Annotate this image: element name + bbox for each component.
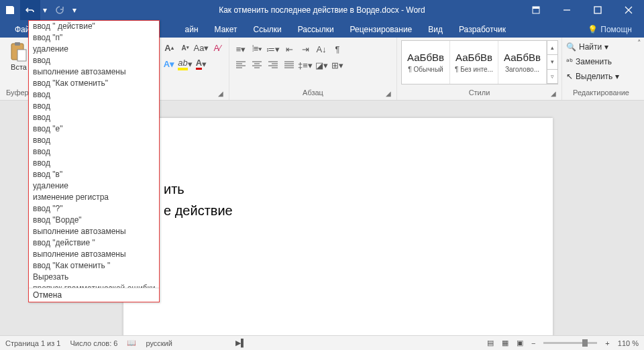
close-button[interactable] — [613, 0, 644, 20]
save-button[interactable] — [0, 0, 20, 20]
document-page[interactable]: ить е действие — [123, 118, 553, 350]
align-left-button[interactable] — [233, 58, 248, 72]
styles-expand[interactable]: ▿ — [547, 70, 557, 84]
undo-history-item[interactable]: ввод "е" — [29, 123, 159, 135]
status-page[interactable]: Страница 1 из 1 — [5, 339, 60, 347]
tab-references[interactable]: Ссылки — [246, 21, 290, 38]
undo-history-item[interactable]: удаление — [29, 44, 159, 55]
sort-button[interactable]: A↓ — [314, 42, 329, 56]
status-language[interactable]: русский — [146, 339, 172, 347]
zoom-slider[interactable] — [543, 342, 597, 344]
borders-button[interactable]: ⊞▾ — [330, 58, 345, 72]
undo-history-item[interactable]: ввод "Ворде" — [29, 215, 159, 226]
style-nospacing[interactable]: АаБбВв ¶ Без инте... — [450, 41, 498, 84]
view-read-mode[interactable]: ▦ — [502, 339, 508, 347]
undo-history-item[interactable]: выполнение автозамены — [29, 66, 159, 78]
decrease-indent-button[interactable]: ⇤ — [282, 42, 297, 56]
undo-history-item[interactable]: удаление — [29, 180, 159, 192]
undo-history-item[interactable]: выполнение автозамены — [29, 249, 159, 260]
undo-history-item[interactable]: ввод — [29, 158, 159, 169]
bullets-button[interactable]: ≡▾ — [233, 42, 248, 56]
view-print-layout[interactable]: ▤ — [487, 339, 494, 347]
undo-history-item[interactable]: ввод "Как отменить " — [29, 260, 159, 272]
line-spacing-button[interactable]: ‡≡▾ — [298, 58, 313, 72]
group-paragraph: ≡▾ ⦙≡▾ ≔▾ ⇤ ⇥ A↓ ¶ ‡≡▾ ◪▾ ⊞▾ — [229, 38, 397, 100]
find-button[interactable]: 🔍Найти ▾ — [566, 40, 619, 54]
select-button[interactable]: ↖Выделить ▾ — [566, 70, 619, 83]
change-case-button[interactable]: Aa▾ — [194, 40, 209, 55]
collapse-ribbon-button[interactable]: ˄ — [637, 39, 641, 48]
ribbon-options-icon — [532, 6, 540, 14]
tab-view[interactable]: Вид — [420, 21, 451, 38]
tab-review[interactable]: Рецензирование — [342, 21, 421, 38]
align-right-button[interactable] — [266, 58, 280, 72]
undo-history-item[interactable]: ввод — [29, 112, 159, 123]
tell-me-button[interactable]: 💡 Помощн — [582, 21, 637, 38]
group-editing: 🔍Найти ▾ ᵃᵇЗаменить ↖Выделить ▾ Редактир… — [562, 38, 640, 100]
redo-button[interactable] — [50, 0, 70, 20]
undo-history-item[interactable]: ввод "Как отменить" — [29, 78, 159, 89]
numbering-button[interactable]: ⦙≡▾ — [250, 42, 264, 56]
undo-history-item[interactable]: изменение регистра — [29, 192, 159, 203]
clear-formatting-button[interactable]: A⁄ — [210, 40, 225, 55]
undo-history-list[interactable]: ввод " действие"ввод "п"удалениевводвыпо… — [29, 21, 159, 288]
undo-history-item[interactable]: ввод — [29, 135, 159, 146]
font-color-button[interactable]: A▾ — [194, 56, 209, 71]
undo-history-item[interactable]: ввод "в" — [29, 169, 159, 180]
grow-font-button[interactable]: A▴ — [162, 40, 176, 55]
multilevel-button[interactable]: ≔▾ — [266, 42, 280, 56]
dialog-launcher-icon[interactable]: ◢ — [551, 89, 556, 99]
tab-design[interactable]: айн — [177, 21, 207, 38]
undo-history-item[interactable]: ввод "п" — [29, 32, 159, 44]
zoom-out-button[interactable]: − — [531, 339, 535, 347]
maximize-button[interactable] — [582, 0, 613, 20]
styles-scroll-down[interactable]: ▾ — [547, 55, 557, 69]
increase-indent-button[interactable]: ⇥ — [298, 42, 313, 56]
shading-button[interactable]: ◪▾ — [314, 58, 329, 72]
undo-history-item[interactable]: Вырезать — [29, 272, 159, 283]
zoom-level[interactable]: 110 % — [618, 339, 639, 347]
text-effects-button[interactable]: A▾ — [162, 56, 176, 71]
styles-gallery[interactable]: АаБбВв ¶ Обычный АаБбВв ¶ Без инте... Аа… — [401, 40, 558, 84]
justify-button[interactable] — [282, 58, 297, 72]
align-center-icon — [252, 61, 262, 69]
undo-history-item[interactable]: ввод — [29, 55, 159, 66]
find-icon: 🔍 — [566, 42, 576, 52]
undo-menu-footer[interactable]: Отмена — [29, 288, 159, 302]
styles-scroll: ▴ ▾ ▿ — [547, 41, 557, 84]
titlebar: ▾ ▾ Как отменить последнее действие в Во… — [0, 0, 644, 20]
ribbon-display-options[interactable] — [521, 0, 551, 20]
style-heading1[interactable]: АаБбВв Заголово... — [498, 41, 547, 84]
undo-history-item[interactable]: ввод " действие" — [29, 21, 159, 32]
view-web-layout[interactable]: ▣ — [517, 339, 523, 347]
styles-scroll-up[interactable]: ▴ — [547, 41, 557, 55]
dialog-launcher-icon[interactable]: ◢ — [218, 89, 223, 99]
dialog-launcher-icon[interactable]: ◢ — [386, 89, 391, 99]
minimize-button[interactable] — [551, 0, 582, 20]
style-normal[interactable]: АаБбВв ¶ Обычный — [402, 41, 450, 84]
replace-button[interactable]: ᵃᵇЗаменить — [566, 55, 619, 68]
qat-customize-button[interactable]: ▾ — [70, 0, 79, 20]
status-spellcheck[interactable]: 📖 — [127, 339, 136, 347]
align-center-button[interactable] — [250, 58, 264, 72]
undo-history-item[interactable]: ввод "?" — [29, 203, 159, 215]
svg-rect-5 — [15, 42, 20, 46]
zoom-in-button[interactable]: + — [605, 339, 609, 347]
undo-dropdown-button[interactable]: ▾ — [40, 0, 50, 20]
undo-history-item[interactable]: пропуск грамматической ошибки — [29, 283, 159, 288]
shrink-font-button[interactable]: A▾ — [178, 40, 193, 55]
undo-history-item[interactable]: ввод "действие " — [29, 237, 159, 249]
tab-layout[interactable]: Макет — [207, 21, 246, 38]
maximize-icon — [594, 6, 602, 14]
highlight-button[interactable]: ab▾ — [178, 56, 193, 71]
status-words[interactable]: Число слов: 6 — [70, 339, 117, 347]
undo-button[interactable] — [20, 0, 40, 20]
tab-mailings[interactable]: Рассылки — [290, 21, 342, 38]
show-marks-button[interactable]: ¶ — [330, 42, 345, 56]
undo-history-item[interactable]: ввод — [29, 89, 159, 101]
undo-history-item[interactable]: ввод — [29, 146, 159, 158]
status-macros[interactable]: ▶▌ — [235, 339, 246, 347]
undo-history-item[interactable]: ввод — [29, 101, 159, 112]
undo-history-item[interactable]: выполнение автозамены — [29, 226, 159, 237]
tab-developer[interactable]: Разработчик — [451, 21, 514, 38]
